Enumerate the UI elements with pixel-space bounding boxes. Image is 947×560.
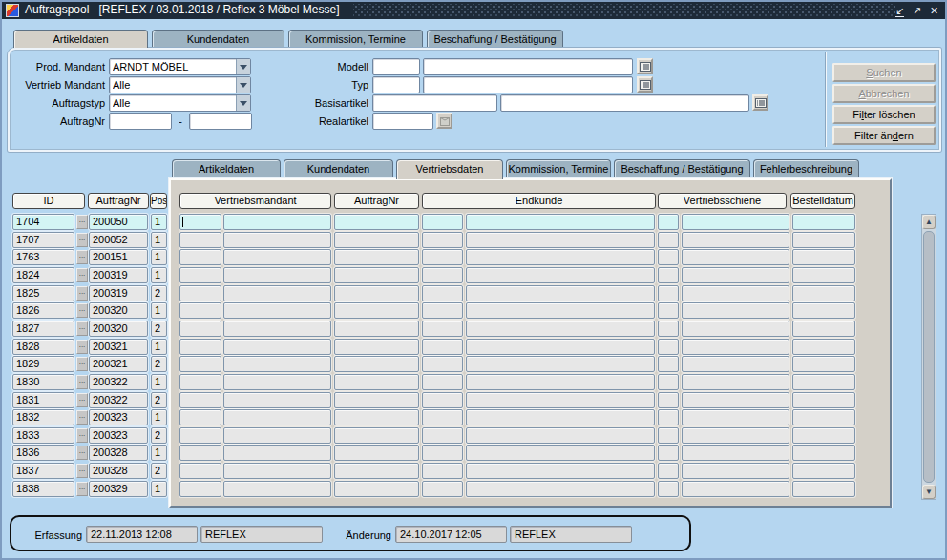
basisartikel-lov-button[interactable] bbox=[752, 94, 768, 111]
close-icon[interactable]: ✕ bbox=[927, 3, 941, 18]
main-row-cell[interactable] bbox=[223, 374, 331, 390]
filter-aendern-button[interactable]: Filter ändern bbox=[832, 126, 936, 145]
main-row-cell[interactable] bbox=[658, 232, 679, 248]
main-row-cell[interactable] bbox=[658, 356, 679, 372]
tab-detail-artikeldaten[interactable]: Artikeldaten bbox=[172, 159, 281, 177]
main-row-cell[interactable] bbox=[334, 427, 419, 444]
typ-name-input[interactable] bbox=[423, 76, 633, 93]
main-row-cell[interactable] bbox=[466, 392, 655, 408]
main-row-cell[interactable] bbox=[466, 249, 655, 265]
main-row-cell[interactable] bbox=[223, 481, 331, 497]
vertical-scrollbar[interactable]: ▲ ▼ bbox=[921, 214, 936, 500]
main-row-cell[interactable] bbox=[422, 356, 463, 372]
modell-lov-button[interactable] bbox=[637, 58, 653, 74]
main-row-cell[interactable] bbox=[334, 302, 419, 319]
main-row-cell[interactable] bbox=[179, 302, 221, 319]
main-row-cell[interactable] bbox=[658, 481, 679, 497]
main-row-cell[interactable] bbox=[422, 392, 463, 408]
main-row-cell[interactable] bbox=[682, 374, 789, 390]
main-row-cell[interactable] bbox=[658, 427, 679, 444]
main-row-cell[interactable] bbox=[334, 445, 419, 461]
main-row-cell[interactable] bbox=[179, 463, 221, 479]
abbrechen-button[interactable]: Abbrechen bbox=[832, 84, 936, 103]
tab-filter-artikeldaten[interactable]: Artikeldaten bbox=[13, 30, 148, 48]
tab-filter-beschaffung-bestaetigung[interactable]: Beschaffung / Bestätigung bbox=[427, 30, 563, 48]
main-row-cell[interactable] bbox=[682, 249, 789, 265]
main-row-cell[interactable] bbox=[179, 339, 221, 355]
main-row-cell[interactable] bbox=[682, 392, 789, 408]
main-row-cell[interactable] bbox=[179, 249, 221, 265]
main-row-cell[interactable] bbox=[792, 463, 855, 479]
main-row-cell[interactable] bbox=[223, 339, 331, 355]
main-row-cell[interactable] bbox=[422, 302, 463, 319]
main-row-cell[interactable] bbox=[792, 427, 855, 444]
main-row-cell[interactable] bbox=[658, 249, 679, 265]
main-row-cell[interactable] bbox=[658, 321, 679, 337]
vertrieb-mandant-select[interactable]: Alle bbox=[109, 76, 251, 93]
main-row-cell[interactable] bbox=[334, 232, 419, 248]
main-row-cell[interactable] bbox=[422, 409, 463, 425]
main-row-cell[interactable] bbox=[334, 392, 419, 408]
main-row-cell[interactable] bbox=[422, 249, 463, 265]
main-row-cell[interactable] bbox=[682, 214, 789, 230]
main-row-cell[interactable] bbox=[334, 339, 419, 355]
typ-code-input[interactable] bbox=[372, 76, 420, 93]
main-row-cell[interactable] bbox=[682, 321, 789, 337]
main-row-cell[interactable] bbox=[422, 267, 463, 283]
main-row-cell[interactable] bbox=[658, 445, 679, 461]
main-row-cell[interactable] bbox=[422, 339, 463, 355]
main-row-cell[interactable] bbox=[466, 339, 655, 355]
main-row-cell[interactable] bbox=[466, 321, 655, 337]
main-row-cell[interactable] bbox=[682, 427, 789, 444]
main-row-cell[interactable] bbox=[792, 374, 855, 390]
main-row-cell[interactable] bbox=[334, 481, 419, 497]
main-row-cell[interactable] bbox=[792, 302, 855, 319]
main-row-cell[interactable] bbox=[223, 267, 331, 283]
main-row-cell[interactable] bbox=[334, 267, 419, 283]
main-row-cell[interactable] bbox=[179, 214, 221, 230]
main-row-cell[interactable] bbox=[179, 445, 221, 461]
main-row-cell[interactable] bbox=[682, 339, 789, 355]
scroll-up-icon[interactable]: ▲ bbox=[922, 215, 936, 229]
main-row-cell[interactable] bbox=[682, 356, 789, 372]
main-row-cell[interactable] bbox=[682, 267, 789, 283]
main-row-cell[interactable] bbox=[682, 285, 789, 301]
restore-icon[interactable]: ↗ bbox=[910, 3, 924, 18]
tab-detail-fehlerbeschreibung[interactable]: Fehlerbeschreibung bbox=[753, 159, 859, 177]
prod-mandant-select[interactable]: ARNDT MÖBEL bbox=[109, 58, 251, 75]
main-row-cell[interactable] bbox=[334, 249, 419, 265]
main-row-cell[interactable] bbox=[422, 374, 463, 390]
main-row-cell[interactable] bbox=[179, 427, 221, 444]
main-row-cell[interactable] bbox=[179, 285, 221, 301]
main-row-cell[interactable] bbox=[179, 321, 221, 337]
main-row-cell[interactable] bbox=[179, 374, 221, 390]
main-row-cell[interactable] bbox=[223, 356, 331, 372]
main-row-cell[interactable] bbox=[792, 339, 855, 355]
main-row-cell[interactable] bbox=[682, 463, 789, 479]
tab-detail-beschaffung-bestaetigung[interactable]: Beschaffung / Bestätigung bbox=[614, 159, 750, 177]
main-row-cell[interactable] bbox=[792, 481, 855, 497]
main-row-cell[interactable] bbox=[792, 249, 855, 265]
main-row-cell[interactable] bbox=[334, 321, 419, 337]
minimize-icon[interactable]: ↙ bbox=[893, 3, 907, 18]
main-row-cell[interactable] bbox=[792, 356, 855, 372]
main-row-cell[interactable] bbox=[792, 445, 855, 461]
suchen-button[interactable]: Suchen bbox=[832, 63, 936, 82]
main-row-cell[interactable] bbox=[422, 232, 463, 248]
main-row-cell[interactable] bbox=[223, 427, 331, 444]
auftragstyp-select[interactable]: Alle bbox=[109, 94, 251, 112]
main-row-cell[interactable] bbox=[179, 392, 221, 408]
main-row-cell[interactable] bbox=[422, 445, 463, 461]
main-row-cell[interactable] bbox=[792, 409, 855, 425]
main-row-cell[interactable] bbox=[223, 214, 331, 230]
main-row-cell[interactable] bbox=[658, 463, 679, 479]
modell-name-input[interactable] bbox=[423, 58, 633, 75]
main-row-cell[interactable] bbox=[792, 392, 855, 408]
main-row-cell[interactable] bbox=[223, 321, 331, 337]
main-row-cell[interactable] bbox=[658, 339, 679, 355]
main-row-cell[interactable] bbox=[334, 409, 419, 425]
main-row-cell[interactable] bbox=[466, 214, 655, 230]
main-row-cell[interactable] bbox=[658, 409, 679, 425]
main-row-cell[interactable] bbox=[334, 463, 419, 479]
main-row-cell[interactable] bbox=[466, 427, 655, 444]
